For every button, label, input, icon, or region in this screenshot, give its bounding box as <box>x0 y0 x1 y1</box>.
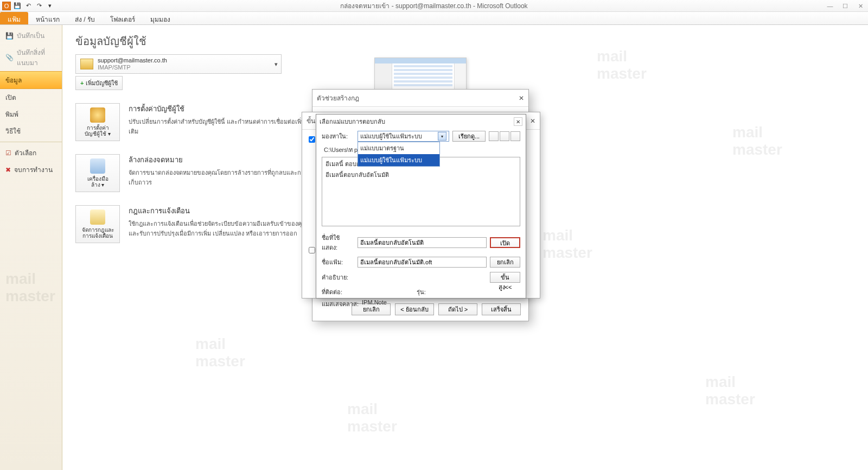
redo-icon[interactable]: ↷ <box>35 2 43 10</box>
close-button[interactable]: ✕ <box>853 0 868 12</box>
backstage-nav: 💾บันทึกเป็น 📎บันทึกสิ่งที่แนบมา ข้อมูล เ… <box>0 25 62 470</box>
add-account-button[interactable]: + เพิ่มบัญชีผู้ใช้ <box>75 76 123 90</box>
view-large-icon[interactable] <box>489 131 499 141</box>
wizard-close-icon[interactable]: ✕ <box>519 94 524 102</box>
view-mode-icons <box>489 131 520 141</box>
gear-users-icon <box>90 107 105 123</box>
ribbon-tab-file[interactable]: แฟ้ม <box>0 12 28 24</box>
chevron-down-icon: ▾ <box>275 61 278 68</box>
wizard-title: ตัวช่วยสร้างกฎ <box>317 93 359 103</box>
nav-help[interactable]: วิธีใช้ <box>0 123 62 139</box>
card-desc: ใช้กฎและการแจ้งเตือนเพื่อช่วยจัดระเบียบข… <box>129 219 313 238</box>
ribbon-tab-folder[interactable]: โฟลเดอร์ <box>103 12 143 24</box>
ribbon-tab-home[interactable]: หน้าแรก <box>28 12 67 24</box>
cleanup-tools-button[interactable]: เครื่องมือ ล้าง ▾ <box>75 154 120 192</box>
card-title: กฎและการแจ้งเตือน <box>129 205 313 217</box>
undo-icon[interactable]: ↶ <box>24 2 33 10</box>
broom-icon <box>90 158 105 174</box>
maximize-button[interactable]: ☐ <box>838 0 853 12</box>
open-button[interactable]: เปิด <box>490 237 520 248</box>
filename-label: ชื่อแฟ้ม: <box>322 257 354 267</box>
filedlg-close-button[interactable]: ✕ <box>514 117 522 126</box>
filedlg-title: เลือกแม่แบบการตอบกลับ <box>320 117 385 126</box>
cancel-button[interactable]: ยกเลิก <box>490 257 520 268</box>
dropdown-item-user-templates[interactable]: แม่แบบผู้ใช้ในแฟ้มระบบ <box>358 154 439 166</box>
card-desc: จัดการขนาดกล่องจดหมายของคุณโดยการล้างราย… <box>129 168 313 187</box>
intermediate-close-icon[interactable]: ✕ <box>530 117 535 125</box>
account-email: support@mailmaster.co.th <box>98 57 167 64</box>
minimize-button[interactable]: — <box>822 0 838 12</box>
nav-options[interactable]: ☑ตัวเลือก <box>0 144 62 161</box>
dropdown-item-standard[interactable]: แม่แบบมาตรฐาน <box>358 142 439 154</box>
quick-access-toolbar: O 💾 ↶ ↷ ▾ <box>0 0 868 12</box>
nav-print[interactable]: พิมพ์ <box>0 106 62 123</box>
app-icon: O <box>2 2 11 10</box>
display-name-input[interactable] <box>358 237 487 248</box>
display-name-label: ชื่อที่ใช้แสดง: <box>322 233 354 252</box>
account-proto: IMAP/SMTP <box>98 64 167 71</box>
intermediate-title: ขั้น <box>307 116 315 126</box>
filename-input[interactable] <box>358 257 487 268</box>
ribbon-tab-view[interactable]: มุมมอง <box>143 12 178 24</box>
filedlg-details: ที่ติดต่อ: รุ่น: แมสเสจคลาส:IPM.Note <box>316 285 526 311</box>
browse-button[interactable]: เรียกดู... <box>452 131 486 142</box>
account-selector[interactable]: support@mailmaster.co.th IMAP/SMTP ▾ <box>75 54 282 74</box>
save-icon[interactable]: 💾 <box>13 2 22 10</box>
nav-info[interactable]: ข้อมูล <box>0 71 62 89</box>
advanced-button[interactable]: ขั้นสูง<< <box>490 272 520 283</box>
chevron-down-icon: ▾ <box>438 132 446 141</box>
account-settings-button[interactable]: การตั้งค่า บัญชีผู้ใช้ ▾ <box>75 103 120 141</box>
nav-save-attachments: 📎บันทึกสิ่งที่แนบมา <box>0 44 62 71</box>
template-list[interactable]: อีเมลนี้ ตอบกลับอัตโนมัติ อีเมลนี้ตอบกลั… <box>322 157 520 226</box>
card-title: ล้างกล่องจดหมาย <box>129 154 313 166</box>
list-item[interactable]: อีเมลนี้ตอบกลับอัตโนมัติ <box>324 169 518 180</box>
desc-label: คำอธิบาย: <box>322 272 354 282</box>
page-title: ข้อมูลบัญชีผู้ใช้ <box>75 33 855 50</box>
ribbon-tab-sendreceive[interactable]: ส่ง / รับ <box>67 12 103 24</box>
ribbon-tabs: แฟ้ม หน้าแรก ส่ง / รับ โฟลเดอร์ มุมมอง <box>0 12 868 25</box>
nav-open[interactable]: เปิด <box>0 89 62 106</box>
qat-dropdown-icon[interactable]: ▾ <box>46 2 54 10</box>
nav-save-as: 💾บันทึกเป็น <box>0 27 62 44</box>
envelope-rules-icon <box>90 209 105 225</box>
card-title: การตั้งค่าบัญชีผู้ใช้ <box>129 103 313 115</box>
folder-icon <box>80 59 93 69</box>
window-controls: — ☐ ✕ <box>822 0 868 12</box>
plus-icon: + <box>80 80 84 86</box>
card-desc: ปรับเปลี่ยนการตั้งค่าสำหรับบัญชีผู้ใช้นี… <box>129 117 313 136</box>
nav-exit[interactable]: ✖จบการทำงาน <box>0 161 62 178</box>
look-in-combo[interactable]: แม่แบบผู้ใช้ในแฟ้มระบบ ▾ แม่แบบมาตรฐาน แ… <box>358 131 449 142</box>
look-in-value: แม่แบบผู้ใช้ในแฟ้มระบบ <box>360 131 422 141</box>
view-details-icon[interactable] <box>510 131 520 141</box>
look-in-dropdown: แม่แบบมาตรฐาน แม่แบบผู้ใช้ในแฟ้มระบบ <box>358 142 440 167</box>
view-list-icon[interactable] <box>500 131 509 141</box>
template-chooser-dialog: เลือกแม่แบบการตอบกลับ ✕ มองหาใน: แม่แบบผ… <box>316 114 526 298</box>
look-in-label: มองหาใน: <box>322 131 354 141</box>
rules-alerts-button[interactable]: จัดการกฎและ การแจ้งเตือน <box>75 205 120 243</box>
